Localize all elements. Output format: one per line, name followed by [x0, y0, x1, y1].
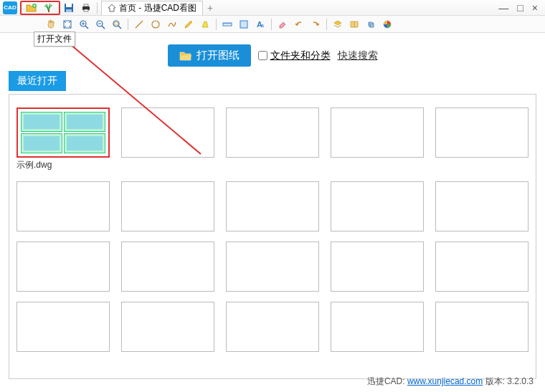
file-name: 示例.dwg	[16, 159, 110, 171]
palm-tree-icon[interactable]	[40, 1, 57, 15]
svg-rect-12	[115, 22, 118, 25]
svg-rect-15	[240, 21, 247, 28]
footer-prefix: 迅捷CAD:	[367, 376, 407, 386]
measure-tool[interactable]	[219, 17, 235, 32]
file-cell[interactable]: 示例.dwg	[16, 107, 110, 171]
svg-point-11	[113, 21, 119, 27]
circle-tool[interactable]	[148, 17, 164, 32]
arc-tool[interactable]	[164, 17, 180, 32]
save-button[interactable]	[60, 1, 77, 15]
open-file-highlight	[20, 1, 60, 15]
file-thumbnail[interactable]	[331, 181, 424, 231]
quick-search-link[interactable]: 快速搜索	[338, 49, 378, 62]
separator	[216, 19, 217, 30]
svg-text:a: a	[261, 23, 264, 28]
file-cell[interactable]	[121, 181, 214, 231]
file-cell[interactable]	[435, 302, 529, 352]
svg-rect-4	[66, 9, 72, 12]
toolbar: Aa	[0, 16, 545, 33]
new-tab-button[interactable]: +	[203, 1, 217, 15]
file-thumbnail[interactable]	[16, 181, 110, 231]
cube-tool[interactable]	[363, 17, 379, 32]
file-cell[interactable]	[435, 181, 529, 231]
svg-rect-7	[84, 9, 88, 11]
file-thumbnail[interactable]	[121, 242, 214, 292]
svg-rect-6	[84, 4, 88, 6]
file-thumbnail[interactable]	[435, 302, 529, 352]
minimize-button[interactable]: —	[498, 2, 508, 14]
svg-rect-1	[48, 9, 49, 12]
zoom-out-tool[interactable]	[93, 17, 108, 32]
file-cell[interactable]	[16, 181, 110, 231]
separator	[271, 19, 272, 30]
footer-link[interactable]: www.xunjiecad.com	[407, 376, 483, 386]
file-thumbnail[interactable]	[16, 302, 110, 352]
open-file-button[interactable]	[23, 1, 40, 15]
file-cell[interactable]	[121, 107, 214, 171]
titlebar: CAD 首页 - 迅捷CAD看图 + — □ ×	[0, 0, 545, 16]
book-tool[interactable]	[346, 17, 362, 32]
file-thumbnail[interactable]	[16, 242, 110, 292]
maximize-button[interactable]: □	[517, 2, 523, 14]
folder-classify-checkbox[interactable]: 文件夹和分类	[258, 49, 331, 62]
file-cell[interactable]	[226, 242, 319, 292]
file-thumbnail[interactable]	[435, 181, 529, 231]
undo-button[interactable]	[291, 17, 307, 32]
file-thumbnail[interactable]	[331, 242, 424, 292]
action-row: 打开图纸 文件夹和分类 快速搜索	[0, 33, 545, 74]
file-cell[interactable]	[331, 242, 424, 292]
pan-tool[interactable]	[43, 17, 59, 32]
zoom-window-tool[interactable]	[109, 17, 125, 32]
highlight-tool[interactable]	[197, 17, 213, 32]
app-logo-text: CAD	[3, 1, 17, 14]
fullscreen-tool[interactable]	[60, 17, 75, 32]
recent-files-grid: 示例.dwg	[16, 107, 529, 352]
file-cell[interactable]	[435, 242, 529, 292]
footer-version-label: 版本:	[483, 376, 507, 386]
zoom-in-tool[interactable]	[76, 17, 92, 32]
file-cell[interactable]	[226, 181, 319, 231]
file-thumbnail[interactable]	[226, 107, 319, 158]
open-drawing-button[interactable]: 打开图纸	[168, 44, 251, 67]
file-thumbnail[interactable]	[435, 242, 529, 292]
file-thumbnail[interactable]	[226, 242, 319, 292]
separator	[97, 2, 98, 14]
file-thumbnail[interactable]	[226, 302, 319, 352]
file-thumbnail[interactable]	[435, 107, 529, 158]
file-thumbnail[interactable]	[331, 302, 424, 352]
file-cell[interactable]	[16, 242, 110, 292]
file-cell[interactable]	[16, 302, 110, 352]
file-thumbnail[interactable]	[121, 107, 214, 158]
recent-files-panel: 示例.dwg	[9, 94, 536, 379]
home-tab[interactable]: 首页 - 迅捷CAD看图	[101, 1, 203, 15]
area-tool[interactable]	[236, 17, 252, 32]
close-button[interactable]: ×	[532, 2, 538, 14]
file-cell[interactable]	[226, 107, 319, 171]
erase-tool[interactable]	[275, 17, 290, 32]
redo-button[interactable]	[308, 17, 323, 32]
footer-version: 3.2.0.3	[507, 376, 534, 386]
file-cell[interactable]	[435, 107, 529, 171]
file-cell[interactable]	[331, 181, 424, 231]
color-tool[interactable]	[379, 17, 395, 32]
file-thumbnail[interactable]	[226, 181, 319, 231]
file-thumbnail[interactable]	[121, 302, 214, 352]
layer-tool[interactable]	[330, 17, 346, 32]
file-cell[interactable]	[331, 302, 424, 352]
file-cell[interactable]	[226, 302, 319, 352]
text-tool[interactable]: Aa	[252, 17, 268, 32]
svg-point-13	[152, 21, 159, 28]
file-thumbnail[interactable]	[16, 107, 110, 158]
file-cell[interactable]	[121, 302, 214, 352]
cad-preview-icon	[21, 112, 105, 153]
folder-open-icon	[179, 50, 192, 62]
edit-tool[interactable]	[181, 17, 196, 32]
recent-open-label: 最近打开	[9, 71, 66, 91]
print-button[interactable]	[77, 1, 95, 15]
file-thumbnail[interactable]	[121, 181, 214, 231]
file-cell[interactable]	[121, 242, 214, 292]
file-cell[interactable]	[331, 107, 424, 171]
folder-classify-input[interactable]	[258, 51, 267, 60]
line-tool[interactable]	[131, 17, 147, 32]
file-thumbnail[interactable]	[331, 107, 424, 158]
